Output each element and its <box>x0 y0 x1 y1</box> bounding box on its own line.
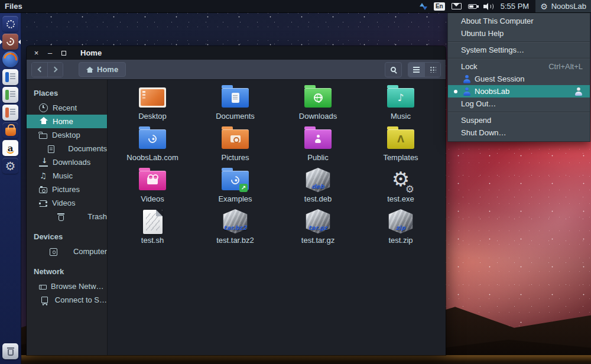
search-button[interactable] <box>385 62 402 77</box>
sidebar-item-connect-to-server[interactable]: Connect to S… <box>27 293 107 307</box>
file-label: test.sh <box>141 236 164 245</box>
file-label: test.tar.bz2 <box>216 236 254 245</box>
file-item-test-tar-gz[interactable]: tar.gz test.tar.gz <box>277 206 359 248</box>
file-label: test.zip <box>388 236 413 245</box>
sidebar-item-trash[interactable]: Trash <box>27 210 107 223</box>
home-icon <box>39 117 48 126</box>
file-item-desktop[interactable]: Desktop <box>111 82 194 124</box>
files-shell-icon <box>5 36 15 47</box>
file-item-examples[interactable]: ↗ Examples <box>194 165 277 206</box>
menu-item-shut-down[interactable]: Shut Down… <box>448 126 590 139</box>
sidebar-item-videos[interactable]: Videos <box>27 196 107 210</box>
file-item-test-exe[interactable]: ⚙⚙ test.exe <box>359 165 442 206</box>
file-label: Public <box>307 153 328 162</box>
sidebar-item-home[interactable]: Home <box>27 115 107 128</box>
file-item-test-sh[interactable]: test.sh <box>111 206 194 248</box>
menu-item-guest-session[interactable]: Guest Session <box>448 73 590 85</box>
folder-icon <box>304 129 332 149</box>
mail-icon[interactable] <box>452 3 462 9</box>
document-glyph-icon <box>232 93 239 103</box>
menu-item-log-out[interactable]: Log Out… <box>448 98 590 110</box>
document-icon <box>48 145 54 153</box>
grid-view-icon <box>430 66 436 73</box>
dock-item-files[interactable] <box>2 34 18 50</box>
dock-item-libreoffice-calc[interactable] <box>2 87 18 103</box>
sidebar-item-pictures[interactable]: Pictures <box>27 183 107 196</box>
file-item-pictures[interactable]: Pictures <box>194 124 277 165</box>
clock-indicator[interactable]: 5:55 PM <box>501 2 529 11</box>
list-view-button[interactable] <box>408 63 424 77</box>
shopping-bag-icon <box>5 128 16 136</box>
forward-button[interactable] <box>47 63 63 77</box>
file-item-noobslab[interactable]: NoobsLab.com <box>111 124 194 165</box>
menu-separator <box>448 58 590 58</box>
sidebar-item-browse-network[interactable]: Browse Netw… <box>27 280 107 293</box>
sidebar-item-desktop[interactable]: Desktop <box>27 128 107 142</box>
network-sync-icon[interactable] <box>420 2 427 11</box>
home-icon <box>86 67 93 73</box>
gears-icon: ⚙⚙ <box>388 167 414 193</box>
ubuntu-logo-icon <box>7 20 15 28</box>
sidebar-item-music[interactable]: Music <box>27 169 107 183</box>
file-label: Documents <box>216 112 255 121</box>
lock-shortcut: Ctrl+Alt+L <box>548 62 583 71</box>
gear-icon: ⚙ <box>540 2 548 11</box>
camera-icon <box>39 187 47 193</box>
titlebar[interactable]: × – Home <box>27 46 446 60</box>
dock-item-software-center[interactable] <box>2 122 18 138</box>
sidebar-item-documents[interactable]: Documents <box>27 142 107 155</box>
session-indicator[interactable]: ⚙ NoobsLab <box>535 0 591 12</box>
file-item-public[interactable]: Public <box>277 124 359 165</box>
breadcrumb-home-button[interactable]: Home <box>79 62 126 77</box>
file-item-test-deb[interactable]: deb test.deb <box>277 165 359 206</box>
app-menu-title[interactable]: Files <box>5 2 22 11</box>
dock-item-libreoffice-impress[interactable] <box>2 105 18 121</box>
file-item-templates[interactable]: Templates <box>359 124 442 165</box>
settings-gear-icon: ⚙ <box>5 160 16 173</box>
sidebar-item-recent[interactable]: Recent <box>27 101 107 115</box>
file-item-test-zip[interactable]: zip test.zip <box>359 206 442 248</box>
back-button[interactable] <box>32 63 47 77</box>
keyboard-layout-indicator[interactable]: En <box>434 2 445 11</box>
minimize-button[interactable]: – <box>46 49 54 57</box>
impress-icon <box>5 108 9 118</box>
file-item-videos[interactable]: Videos <box>111 165 194 206</box>
view-toggle <box>408 62 441 77</box>
menu-item-lock[interactable]: Lock Ctrl+Alt+L <box>448 60 590 73</box>
session-menu: About This Computer Ubuntu Help System S… <box>447 13 590 142</box>
sidebar-item-downloads[interactable]: Downloads <box>27 155 107 169</box>
user-icon <box>463 87 471 96</box>
file-item-documents[interactable]: Documents <box>194 82 277 124</box>
dock-item-ubuntu-dash[interactable] <box>2 16 18 32</box>
file-label: Examples <box>218 194 252 203</box>
file-item-test-tar-bz2[interactable]: tar.bz2 test.tar.bz2 <box>194 206 277 248</box>
dock-item-libreoffice-writer[interactable] <box>2 69 18 85</box>
file-item-downloads[interactable]: Downloads <box>277 82 359 124</box>
maximize-button[interactable] <box>60 49 67 57</box>
menu-item-noobslab[interactable]: NoobsLab <box>448 85 590 98</box>
calc-icon <box>5 90 9 100</box>
session-username: NoobsLab <box>551 2 586 11</box>
nav-buttons <box>31 62 63 77</box>
battery-icon[interactable] <box>468 4 477 9</box>
music-note-glyph-icon <box>398 92 404 103</box>
server-icon <box>41 297 48 303</box>
file-item-music[interactable]: Music <box>359 82 442 124</box>
menu-item-suspend[interactable]: Suspend <box>448 114 590 126</box>
menu-item-about-this-computer[interactable]: About This Computer <box>448 15 590 27</box>
menu-item-ubuntu-help[interactable]: Ubuntu Help <box>448 27 590 40</box>
folder-icon <box>39 134 47 139</box>
file-label: Pictures <box>222 153 249 162</box>
dock-item-trash[interactable] <box>2 343 18 359</box>
menu-item-system-settings[interactable]: System Settings… <box>448 44 590 56</box>
dock-item-amazon[interactable]: a <box>2 140 18 156</box>
dock-item-system-settings[interactable]: ⚙ <box>2 158 18 174</box>
sidebar-item-computer[interactable]: Computer <box>27 245 107 258</box>
dock-item-firefox[interactable] <box>2 51 18 67</box>
places-sidebar: Places Recent Home Desktop Documents Dow… <box>27 80 108 355</box>
folder-icon <box>222 129 249 149</box>
close-button[interactable]: × <box>33 49 40 57</box>
file-label: test.tar.gz <box>301 236 335 245</box>
grid-view-button[interactable] <box>424 63 440 77</box>
volume-icon[interactable] <box>483 2 494 11</box>
